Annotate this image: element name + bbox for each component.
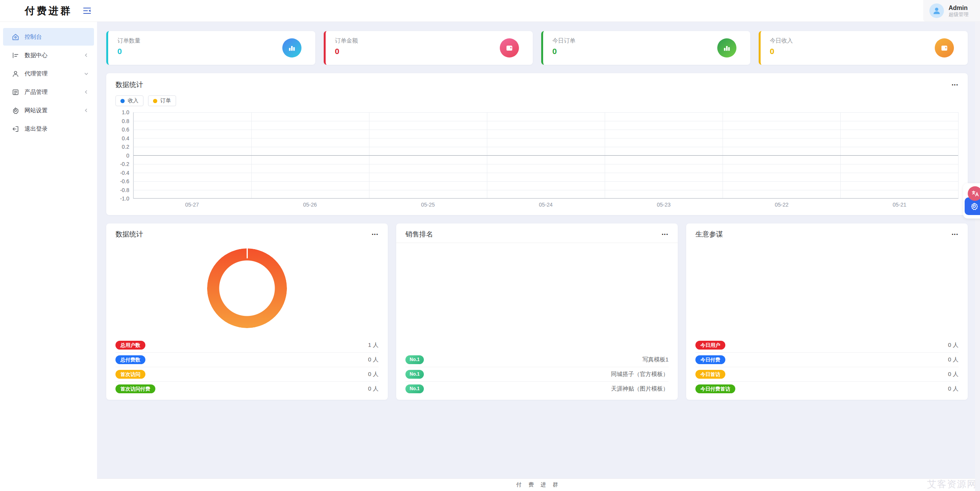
stat-card-order-amount: 订单金额 0	[324, 31, 533, 65]
y-tick-label: 0.8	[122, 118, 129, 125]
user-name: Admin	[949, 4, 968, 11]
stat-row: 今日付费 0 人	[695, 352, 959, 367]
rank-badge: No.1	[405, 355, 424, 364]
menu-fold-icon[interactable]	[82, 6, 92, 15]
y-tick-label: -1.0	[120, 195, 129, 202]
stat-card-order-count: 订单数量 0	[106, 31, 315, 65]
ellipsis-menu-icon[interactable]: •••	[662, 232, 669, 236]
card-title: 生意参谋	[695, 230, 723, 239]
ellipsis-menu-icon[interactable]: •••	[952, 232, 959, 236]
user-icon	[12, 70, 19, 77]
sidebar-item-console[interactable]: 控制台	[3, 28, 94, 46]
product-name: 写真模板1	[642, 356, 669, 363]
row-value: 0 人	[948, 371, 959, 378]
stat-row: 今日首访 0 人	[695, 367, 959, 381]
legend-dot-icon	[153, 99, 157, 103]
rank-row: No.1 天涯神贴（图片模板）	[405, 381, 669, 396]
x-axis-ticks: 05-2705-2605-2505-2405-2305-2205-21	[133, 202, 959, 208]
row-value: 0 人	[948, 385, 959, 392]
card-title: 销售排名	[405, 230, 433, 239]
donut-segment-divider	[247, 245, 248, 258]
stat-value: 0	[117, 47, 306, 56]
legend-label: 收入	[128, 97, 138, 104]
data-chart-icon	[12, 51, 19, 59]
legend-label: 订单	[160, 97, 171, 104]
main-content: 订单数量 0 订单金额 0 今日订单 0 今日收入 0	[97, 22, 980, 478]
sales-rank-card: 销售排名 ••• No.1 写真模板1 No.1 同城搭子（官方模板） No.1…	[396, 223, 678, 400]
sidebar-item-label: 数据中心	[25, 52, 48, 59]
sidebar-item-label: 网站设置	[25, 107, 48, 114]
card-title: 数据统计	[115, 80, 143, 89]
x-tick-label: 05-21	[841, 202, 959, 208]
stat-value: 0	[552, 47, 741, 56]
user-menu[interactable]: Admin 超级管理	[923, 0, 980, 21]
sidebar-item-product-mgmt[interactable]: 产品管理	[3, 83, 94, 101]
ellipsis-menu-icon[interactable]: •••	[372, 232, 379, 236]
y-axis-ticks: 1.00.80.60.40.20-0.2-0.4-0.6-0.8-1.0	[115, 109, 133, 202]
wallet-icon	[500, 38, 519, 57]
footer-text: 付 费 进 群	[516, 481, 561, 488]
stat-row: 今日付费首访 0 人	[695, 381, 959, 396]
bar-chart-icon	[282, 38, 301, 57]
row-value: 0 人	[948, 356, 959, 363]
stat-row: 总用户数 1 人	[115, 338, 379, 352]
y-tick-label: 0.2	[122, 143, 129, 150]
stat-value: 0	[335, 47, 524, 56]
ellipsis-menu-icon[interactable]: •••	[952, 83, 959, 87]
zero-axis-line	[133, 155, 958, 156]
product-list-icon	[12, 88, 19, 96]
legend-chip[interactable]: 收入	[115, 95, 143, 106]
y-tick-label: 0	[126, 152, 129, 159]
donut-stats-card: 数据统计 ••• 总用户数 1 人 总付费数 0 人 首次访问 0 人	[106, 223, 388, 400]
stat-row: 今日用户 0 人	[695, 338, 959, 352]
y-tick-label: 0.6	[122, 126, 129, 133]
sidebar-item-label: 退出登录	[25, 125, 48, 133]
rank-rows: No.1 写真模板1 No.1 同城搭子（官方模板） No.1 天涯神贴（图片模…	[405, 352, 669, 396]
sidebar-item-logout[interactable]: 退出登录	[3, 120, 94, 138]
rank-row: No.1 写真模板1	[405, 352, 669, 367]
legend-chip[interactable]: 订单	[148, 95, 176, 106]
status-badge: 今日用户	[695, 341, 725, 350]
x-tick-label: 05-25	[369, 202, 487, 208]
stat-card-today-orders: 今日订单 0	[541, 31, 750, 65]
stat-cards-row: 订单数量 0 订单金额 0 今日订单 0 今日收入 0	[106, 31, 968, 65]
chart-legend: 收入 订单	[115, 95, 959, 106]
home-icon	[12, 33, 19, 41]
translate-button[interactable]	[968, 186, 980, 201]
gear-icon	[12, 107, 19, 114]
sidebar-item-agent-mgmt[interactable]: 代理管理	[3, 65, 94, 82]
status-badge: 总用户数	[115, 341, 145, 350]
donut-chart	[115, 239, 379, 338]
trend-plot-area	[133, 112, 959, 199]
scrollbar-track[interactable]	[975, 22, 980, 491]
status-badge: 今日首访	[695, 370, 725, 379]
x-tick-label: 05-24	[487, 202, 604, 208]
rank-badge: No.1	[405, 370, 424, 379]
sidebar-item-site-settings[interactable]: 网站设置	[3, 102, 94, 119]
product-name: 天涯神贴（图片模板）	[611, 385, 669, 392]
chevron-down-icon	[84, 71, 89, 76]
y-tick-label: 0.4	[122, 135, 129, 142]
x-tick-label: 05-23	[605, 202, 723, 208]
donut-ring	[207, 248, 287, 328]
stat-label: 订单金额	[335, 37, 524, 44]
stat-label: 今日订单	[552, 37, 741, 44]
business-advisor-card: 生意参谋 ••• 今日用户 0 人 今日付费 0 人 今日首访 0 人 今日	[686, 223, 968, 400]
y-tick-label: -0.8	[120, 187, 129, 194]
top-header: Admin 超级管理	[97, 0, 980, 22]
sidebar-item-data-center[interactable]: 数据中心	[3, 46, 94, 64]
stat-label: 今日收入	[770, 37, 959, 44]
trend-chart: 1.00.80.60.40.20-0.2-0.4-0.6-0.8-1.0 05-…	[115, 112, 959, 208]
status-badge: 首次访问付费	[115, 384, 155, 393]
y-tick-label: -0.4	[120, 169, 129, 176]
stat-row: 首次访问 0 人	[115, 367, 379, 381]
row-value: 0 人	[368, 356, 379, 363]
legend-dot-icon	[120, 99, 125, 103]
sidebar-menu: 控制台 数据中心 代理管理	[0, 22, 97, 138]
row-value: 1 人	[368, 342, 379, 349]
stat-card-today-income: 今日收入 0	[759, 31, 968, 65]
stat-row: 首次访问付费 0 人	[115, 381, 379, 396]
y-tick-label: 1.0	[122, 109, 129, 116]
sidebar-item-label: 产品管理	[25, 89, 48, 96]
app-logo: 付费进群	[25, 4, 72, 18]
